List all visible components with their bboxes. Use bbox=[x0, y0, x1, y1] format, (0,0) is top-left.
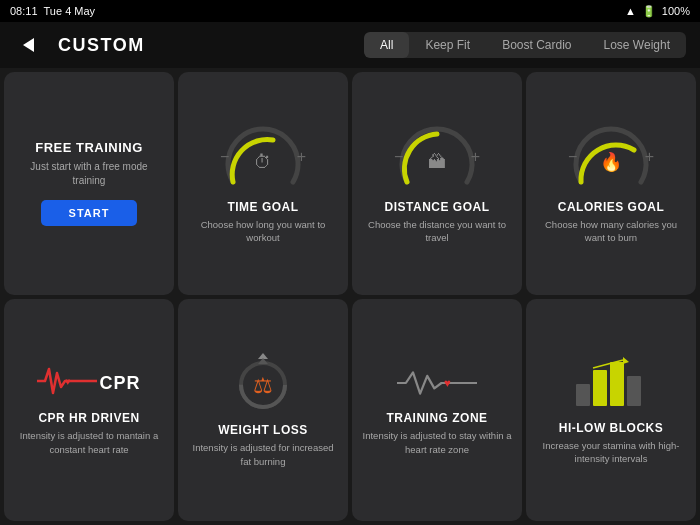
svg-rect-13 bbox=[627, 376, 641, 406]
card-hi-low[interactable]: HI-LOW BLOCKS Increase your stamina with… bbox=[526, 299, 696, 522]
back-button[interactable] bbox=[14, 31, 42, 59]
card-weight-loss[interactable]: ⚖ WEIGHT LOSS Intensity is adjusted for … bbox=[178, 299, 348, 522]
card-time-goal[interactable]: ⏱ − + TIME GOAL Choose how long you want… bbox=[178, 72, 348, 295]
calories-gauge-controls: − + bbox=[566, 149, 656, 165]
time-gauge: ⏱ − + bbox=[218, 122, 308, 192]
weight-graphic-svg: ⚖ bbox=[223, 351, 303, 411]
start-button[interactable]: START bbox=[41, 200, 138, 226]
svg-text:♥: ♥ bbox=[65, 376, 71, 387]
battery-icon: 🔋 bbox=[642, 5, 656, 18]
training-zone-title: TRAINING ZONE bbox=[386, 411, 487, 425]
header: CUSTOM All Keep Fit Boost Cardio Lose We… bbox=[0, 22, 700, 68]
tab-lose-weight[interactable]: Lose Weight bbox=[588, 32, 687, 58]
ecg-line-icon: ♥ bbox=[37, 363, 97, 403]
free-training-title: FREE TRAINING bbox=[35, 140, 143, 155]
distance-goal-title: DISTANCE GOAL bbox=[385, 200, 490, 214]
tab-keep-fit[interactable]: Keep Fit bbox=[409, 32, 486, 58]
back-arrow-icon bbox=[23, 38, 34, 52]
status-time: 08:11 bbox=[10, 5, 38, 17]
status-bar: 08:11 Tue 4 May ▲ 🔋 100% bbox=[0, 0, 700, 22]
hilow-graphic bbox=[571, 354, 651, 413]
card-distance-goal[interactable]: 🏔 − + DISTANCE GOAL Choose the distance … bbox=[352, 72, 522, 295]
zone-graphic-svg: ♥ bbox=[397, 363, 477, 403]
time-goal-desc: Choose how long you want to workout bbox=[188, 218, 338, 245]
svg-text:⚖: ⚖ bbox=[253, 373, 273, 398]
battery-level: 100% bbox=[662, 5, 690, 17]
time-decrease-button[interactable]: − bbox=[220, 149, 229, 165]
ecg-svg: ♥ bbox=[37, 363, 97, 399]
weight-loss-title: WEIGHT LOSS bbox=[218, 423, 308, 437]
zone-graphic: ♥ bbox=[397, 363, 477, 403]
calories-decrease-button[interactable]: − bbox=[568, 149, 577, 165]
time-goal-title: TIME GOAL bbox=[227, 200, 298, 214]
status-left: 08:11 Tue 4 May bbox=[10, 5, 95, 17]
svg-rect-11 bbox=[593, 370, 607, 406]
hi-low-desc: Increase your stamina with high-intensit… bbox=[536, 439, 686, 466]
time-gauge-controls: − + bbox=[218, 149, 308, 165]
workout-grid: FREE TRAINING Just start with a free mod… bbox=[0, 68, 700, 525]
card-training-zone[interactable]: ♥ TRAINING ZONE Intensity is adjusted to… bbox=[352, 299, 522, 522]
tab-boost-cardio[interactable]: Boost Cardio bbox=[486, 32, 587, 58]
svg-rect-10 bbox=[576, 384, 590, 406]
free-training-subtitle: Just start with a free mode training bbox=[14, 160, 164, 188]
cpr-hr-title: CPR HR DRIVEN bbox=[38, 411, 139, 425]
status-day: Tue 4 May bbox=[44, 5, 96, 17]
status-right: ▲ 🔋 100% bbox=[625, 5, 690, 18]
cpr-graphic: ♥ CPR bbox=[37, 363, 140, 403]
distance-increase-button[interactable]: + bbox=[471, 149, 480, 165]
tab-all[interactable]: All bbox=[364, 32, 409, 58]
calories-goal-title: CALORIES GOAL bbox=[558, 200, 665, 214]
svg-marker-15 bbox=[623, 357, 629, 364]
filter-tabs: All Keep Fit Boost Cardio Lose Weight bbox=[364, 32, 686, 58]
page-title: CUSTOM bbox=[58, 35, 348, 56]
hilow-graphic-svg bbox=[571, 354, 651, 409]
calories-gauge: 🔥 − + bbox=[566, 122, 656, 192]
distance-gauge: 🏔 − + bbox=[392, 122, 482, 192]
wifi-icon: ▲ bbox=[625, 5, 636, 17]
training-zone-desc: Intensity is adjusted to stay within a h… bbox=[362, 429, 512, 456]
calories-increase-button[interactable]: + bbox=[645, 149, 654, 165]
calories-goal-desc: Choose how many calories you want to bur… bbox=[536, 218, 686, 245]
cpr-label: CPR bbox=[99, 373, 140, 394]
svg-text:♥: ♥ bbox=[444, 377, 451, 389]
distance-decrease-button[interactable]: − bbox=[394, 149, 403, 165]
card-cpr-hr[interactable]: ♥ CPR CPR HR DRIVEN Intensity is adjuste… bbox=[4, 299, 174, 522]
weight-graphic: ⚖ bbox=[223, 351, 303, 415]
card-free-training[interactable]: FREE TRAINING Just start with a free mod… bbox=[4, 72, 174, 295]
distance-gauge-controls: − + bbox=[392, 149, 482, 165]
time-increase-button[interactable]: + bbox=[297, 149, 306, 165]
weight-loss-desc: Intensity is adjusted for increased fat … bbox=[188, 441, 338, 468]
hi-low-title: HI-LOW BLOCKS bbox=[559, 421, 664, 435]
svg-rect-12 bbox=[610, 362, 624, 406]
cpr-hr-desc: Intensity is adjusted to mantain a const… bbox=[14, 429, 164, 456]
distance-goal-desc: Choose the distance you want to travel bbox=[362, 218, 512, 245]
card-calories-goal[interactable]: 🔥 − + CALORIES GOAL Choose how many calo… bbox=[526, 72, 696, 295]
